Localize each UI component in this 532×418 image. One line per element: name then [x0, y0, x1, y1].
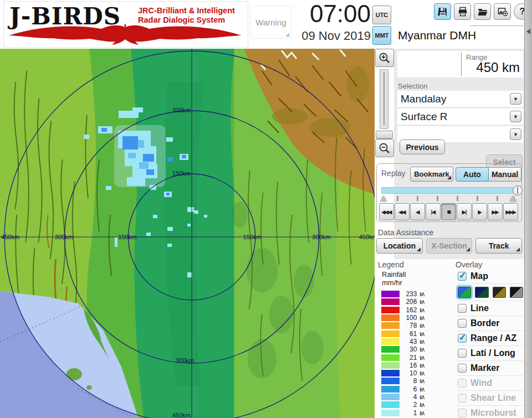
- open-folder-button[interactable]: [474, 3, 491, 20]
- dropdown-arrow-button[interactable]: ▼: [510, 128, 521, 140]
- panel-collapse-strip[interactable]: [524, 0, 532, 418]
- overlay-item-marker[interactable]: Marker: [458, 360, 523, 375]
- range-box: Range 450 km: [397, 51, 523, 78]
- range-az-checkbox[interactable]: [458, 334, 467, 343]
- station-name: Myanmar DMH: [398, 29, 523, 42]
- playback-button-1[interactable]: ◀◀◀: [379, 203, 394, 220]
- add-image-icon: [498, 7, 508, 17]
- zoom-out-button[interactable]: [375, 139, 394, 157]
- manual-button[interactable]: Manual: [489, 167, 521, 182]
- leq-symbol: ≦: [419, 379, 426, 384]
- overlay-item-lati-long[interactable]: Lati / Long: [458, 345, 523, 360]
- legend-label: Legend: [378, 260, 404, 269]
- overlay-item-label: Shear Line: [470, 393, 516, 403]
- mmt-button[interactable]: MMT: [372, 26, 391, 45]
- playback-icon: |◀: [431, 209, 435, 215]
- legend-row: 4 ≦: [381, 393, 448, 401]
- dropdown-arrow-button[interactable]: ▼: [510, 111, 521, 122]
- add-image-button[interactable]: [494, 3, 511, 20]
- zoom-in-button[interactable]: [375, 49, 394, 67]
- playback-button-7[interactable]: ▶: [472, 203, 487, 220]
- replay-progress-slider[interactable]: [381, 187, 518, 194]
- header: J-BIRDS JRC-Brilliant & Intelligent Rada…: [0, 0, 532, 49]
- legend-value: 21 ≦: [400, 354, 425, 362]
- x-section-button[interactable]: X-Section: [426, 238, 473, 254]
- da-button-label: X-Section: [431, 241, 467, 250]
- selection-dropdown-1[interactable]: Mandalay▼: [397, 91, 523, 107]
- border-checkbox[interactable]: [458, 319, 467, 328]
- overlay-item-line[interactable]: Line: [458, 301, 523, 316]
- map-color-swatch-1[interactable]: [458, 287, 471, 298]
- utc-label: UTC: [376, 12, 388, 18]
- legend-color-swatch: [381, 307, 400, 313]
- legend-row: 78 ≦: [381, 322, 448, 329]
- legend-value: 206 ≦: [400, 298, 425, 306]
- overlay-item-map[interactable]: Map: [458, 269, 523, 283]
- replay-mode-toggle: Auto Manual: [456, 167, 521, 182]
- leq-symbol: ≦: [419, 402, 426, 407]
- playback-button-8[interactable]: ▶▶: [488, 203, 503, 220]
- location-button[interactable]: Location: [376, 238, 423, 254]
- ruler-tick: [457, 196, 458, 201]
- legend-row: 43 ≦: [381, 338, 448, 345]
- zoom-slider-handle[interactable]: [376, 131, 393, 139]
- track-button[interactable]: Track: [475, 238, 522, 254]
- map-checkbox[interactable]: [458, 272, 467, 281]
- overlay-item-label: Lati / Long: [470, 348, 515, 358]
- line-checkbox[interactable]: [458, 304, 467, 313]
- utc-button[interactable]: UTC: [372, 6, 391, 24]
- overlay-item-range-az[interactable]: Range / AZ: [458, 331, 523, 345]
- ruler-start-marker[interactable]: [380, 195, 387, 202]
- leq-symbol: ≦: [419, 355, 426, 360]
- overlay-list: MapLineBorderRange / AZLati / LongMarker…: [458, 269, 523, 418]
- previous-button[interactable]: Previous: [400, 140, 445, 154]
- leq-symbol: ≦: [419, 347, 426, 352]
- zoom-out-icon: [378, 142, 391, 154]
- overlay-item-microburst[interactable]: Microburst: [458, 405, 523, 418]
- legend-value: 6 ≦: [400, 385, 425, 393]
- timezone-toggle: UTC MMT: [372, 6, 391, 47]
- toolbar: ?: [434, 3, 531, 20]
- playback-button-6[interactable]: ▶|: [457, 203, 472, 220]
- playback-icon: ■: [447, 208, 450, 216]
- zoom-slider-track[interactable]: [380, 69, 388, 129]
- playback-button-9[interactable]: ▶▶▶: [503, 203, 518, 220]
- eagle-icon: [6, 24, 244, 46]
- playback-button-5[interactable]: ■: [441, 203, 456, 220]
- marker-checkbox[interactable]: [458, 364, 467, 373]
- legend-row: 30 ≦: [381, 345, 448, 353]
- playback-button-2[interactable]: ◀◀: [395, 203, 410, 220]
- overlay-item-label: Line: [470, 303, 489, 313]
- print-button[interactable]: [454, 3, 471, 20]
- legend-row: 100 ≦: [381, 314, 448, 322]
- save-button[interactable]: [434, 3, 451, 20]
- overlay-item-shear-line[interactable]: Shear Line: [458, 390, 523, 405]
- map-color-swatch-4[interactable]: [510, 287, 523, 298]
- playback-button-4[interactable]: |◀: [426, 203, 441, 220]
- legend-color-swatch: [381, 378, 400, 384]
- map-color-swatch-2[interactable]: [475, 287, 488, 298]
- j-birds-logo: J-BIRDS JRC-Brilliant & Intelligent Rada…: [3, 1, 248, 48]
- playback-icon: ▶|: [462, 209, 466, 215]
- bookmark-button[interactable]: Bookmark: [410, 167, 453, 182]
- ruler-end-marker[interactable]: [510, 195, 516, 202]
- playback-controls: ◀◀◀◀◀◀|◀■▶|▶▶▶▶▶▶: [379, 203, 518, 220]
- selection-dropdown-2[interactable]: Surface R▼: [397, 109, 523, 125]
- overlay-item-border[interactable]: Border: [458, 316, 523, 331]
- map-zoom-control: [375, 49, 394, 157]
- selection-label: Selection: [398, 82, 427, 90]
- playback-button-3[interactable]: ◀: [410, 203, 425, 220]
- lati-long-checkbox[interactable]: [458, 349, 467, 358]
- replay-slider-handle[interactable]: [513, 185, 523, 195]
- dropdown-arrow-button[interactable]: ▼: [510, 93, 521, 105]
- auto-button[interactable]: Auto: [456, 167, 489, 182]
- map-color-swatches: [458, 283, 523, 301]
- radar-map[interactable]: 300km150km450km300km150km150km300km450km…: [0, 49, 375, 418]
- replay-group: Replay Bookmark Auto Manual ◀◀◀◀◀◀|◀■▶|▶…: [376, 163, 522, 222]
- range-ring-label: 300km: [55, 234, 73, 240]
- map-color-swatch-3[interactable]: [493, 287, 506, 298]
- microburst-checkbox: [458, 409, 467, 417]
- overlay-item-wind[interactable]: Wind: [458, 375, 523, 390]
- mmt-label: MMT: [375, 32, 388, 39]
- playback-icon: ▶: [478, 209, 482, 215]
